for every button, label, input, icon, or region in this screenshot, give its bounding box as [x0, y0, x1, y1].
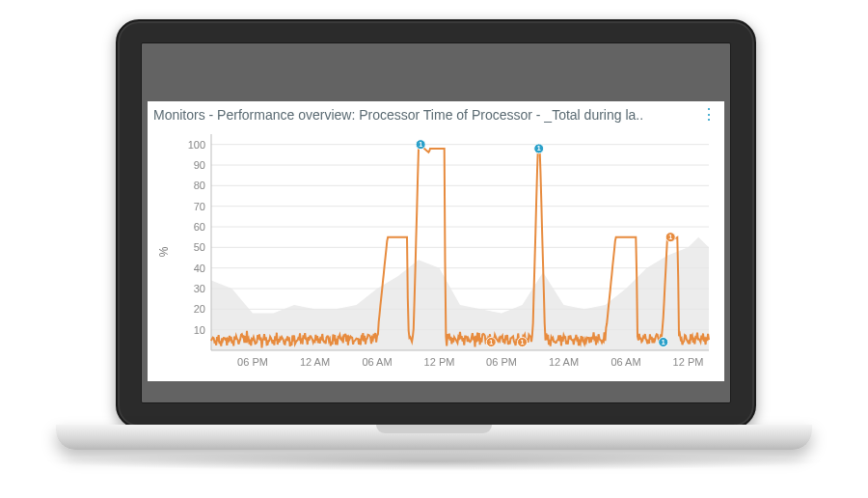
panel-header: Monitors - Performance overview: Process…	[148, 101, 724, 128]
stage: Monitors - Performance overview: Process…	[0, 0, 868, 498]
laptop-screen: Monitors - Performance overview: Process…	[141, 42, 731, 403]
line-chart: 10203040506070809010006 PM12 AM06 AM12 P…	[153, 128, 719, 375]
chart-marker-label: 1	[537, 145, 541, 152]
chart-marker-label: 1	[419, 141, 422, 148]
x-tick-label: 06 PM	[237, 356, 268, 368]
y-tick-label: 60	[194, 221, 205, 233]
chart-area: % 10203040506070809010006 PM12 AM06 AM12…	[153, 128, 719, 375]
x-tick-label: 12 AM	[549, 356, 579, 368]
x-tick-label: 12 AM	[300, 356, 330, 368]
y-tick-label: 50	[194, 241, 205, 253]
x-tick-label: 06 AM	[362, 356, 392, 368]
x-tick-label: 06 AM	[610, 356, 640, 368]
laptop-frame: Monitors - Performance overview: Process…	[116, 19, 756, 429]
kebab-menu-icon[interactable]: ⋮	[699, 107, 719, 123]
x-tick-label: 12 PM	[424, 356, 455, 368]
x-tick-label: 12 PM	[673, 356, 704, 368]
chart-marker-label: 1	[668, 234, 672, 240]
y-tick-label: 40	[194, 263, 205, 274]
laptop-shadow	[39, 452, 829, 471]
y-tick-label: 90	[194, 159, 205, 171]
y-tick-label: 80	[194, 180, 205, 191]
x-tick-label: 06 PM	[486, 356, 517, 368]
y-tick-label: 10	[194, 324, 205, 336]
laptop-base	[56, 425, 812, 450]
y-tick-label: 100	[188, 139, 205, 151]
y-tick-label: 20	[194, 303, 205, 315]
chart-marker-label: 1	[489, 339, 493, 346]
panel-title: Monitors - Performance overview: Process…	[153, 107, 699, 123]
chart-marker-label: 1	[662, 339, 665, 346]
y-tick-label: 30	[194, 283, 205, 294]
chart-marker-label: 1	[521, 339, 525, 346]
y-tick-label: 70	[194, 201, 205, 212]
chart-panel: Monitors - Performance overview: Process…	[148, 101, 724, 381]
